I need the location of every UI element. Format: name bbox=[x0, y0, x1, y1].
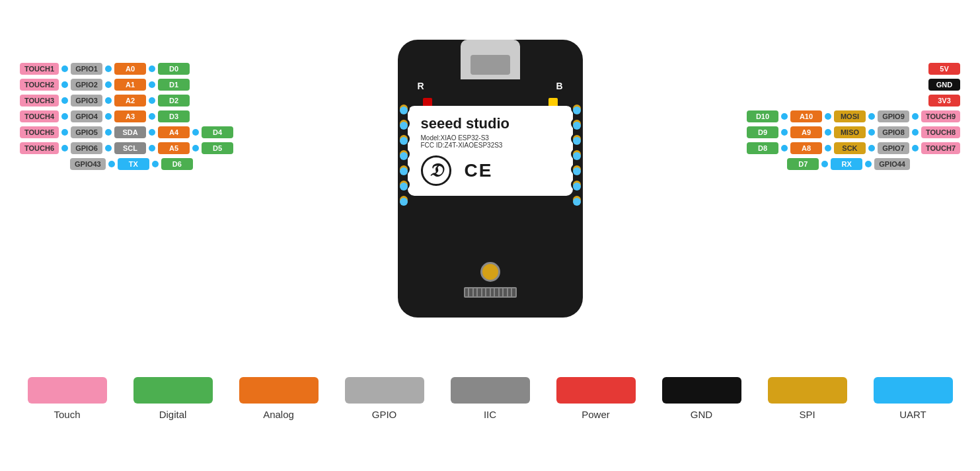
pad-right-7 bbox=[571, 194, 583, 206]
board-label-r: R bbox=[418, 81, 424, 91]
pad-right-6 bbox=[571, 179, 583, 191]
pads-right bbox=[571, 103, 583, 206]
legend-uart: UART bbox=[874, 377, 953, 420]
dot-5b bbox=[105, 129, 112, 136]
pin-3v3: 3V3 bbox=[928, 95, 960, 107]
dot-4a bbox=[61, 113, 68, 120]
rdot-5c bbox=[868, 129, 875, 136]
legend-touch-box bbox=[28, 377, 107, 404]
board-label-b: B bbox=[556, 81, 562, 91]
legend-digital: Digital bbox=[133, 377, 213, 420]
pin-a8: A8 bbox=[790, 142, 822, 154]
rdot-5d bbox=[912, 129, 919, 136]
legend-analog-label: Analog bbox=[263, 409, 294, 420]
pin-d4: D4 bbox=[202, 126, 233, 138]
board-content: seeed studio Model:XIAO ESP32-S3 FCC ID:… bbox=[408, 106, 573, 196]
pin-d10: D10 bbox=[747, 110, 778, 122]
rdot-6d bbox=[912, 145, 919, 151]
pin-gnd: GND bbox=[928, 79, 960, 91]
rdot-7b bbox=[865, 161, 872, 167]
board-brand: seeed studio bbox=[421, 116, 560, 132]
pin-row-4: TOUCH4 GPIO4 A3 D3 bbox=[20, 110, 233, 122]
pin-a9: A9 bbox=[790, 126, 822, 138]
dot-2a bbox=[61, 81, 68, 88]
dot-5c bbox=[149, 129, 155, 136]
dot-2b bbox=[105, 81, 112, 88]
dot-1a bbox=[61, 65, 68, 72]
legend-gpio-label: GPIO bbox=[372, 409, 397, 420]
legend-power-label: Power bbox=[582, 409, 610, 420]
pin-gpio44: GPIO44 bbox=[874, 158, 910, 170]
pin-gpio6: GPIO6 bbox=[71, 142, 102, 154]
pin-mosi: MOSI bbox=[834, 110, 866, 122]
rdot-5a bbox=[781, 129, 788, 136]
pin-d9: D9 bbox=[747, 126, 778, 138]
dot-6d bbox=[192, 145, 199, 151]
legend-spi-box bbox=[768, 377, 847, 404]
pin-touch8: TOUCH8 bbox=[921, 126, 960, 138]
pin-gpio5: GPIO5 bbox=[71, 126, 102, 138]
dot-6c bbox=[149, 145, 155, 151]
pad-right-5 bbox=[571, 163, 583, 175]
pin-sck: SCK bbox=[834, 142, 866, 154]
dot-7a bbox=[108, 161, 115, 167]
dot-7b bbox=[152, 161, 159, 167]
dot-5d bbox=[192, 129, 199, 136]
pad-left-3 bbox=[398, 133, 410, 145]
board-bottom bbox=[464, 262, 517, 298]
pin-row-6: TOUCH6 GPIO6 SCL A5 D5 bbox=[20, 142, 233, 154]
dot-3b bbox=[105, 97, 112, 104]
pin-scl: SCL bbox=[114, 142, 146, 154]
cert-logos: 𝔇 CE bbox=[421, 155, 560, 186]
pin-d0: D0 bbox=[158, 63, 190, 75]
rdot-4c bbox=[868, 113, 875, 120]
dot-2c bbox=[149, 81, 155, 88]
dot-3a bbox=[61, 97, 68, 104]
legend-touch-label: Touch bbox=[54, 409, 80, 420]
dot-6b bbox=[105, 145, 112, 151]
main-container: R B seeed studio Model:XIAO ESP32-S3 FCC… bbox=[0, 0, 980, 471]
legend-iic-label: IIC bbox=[484, 409, 496, 420]
pin-gpio4: GPIO4 bbox=[71, 110, 102, 122]
pad-left-5 bbox=[398, 163, 410, 175]
pad-right-3 bbox=[571, 133, 583, 145]
dot-3c bbox=[149, 97, 155, 104]
pin-a3: A3 bbox=[114, 110, 146, 122]
dot-5a bbox=[61, 129, 68, 136]
legend-uart-box bbox=[874, 377, 953, 404]
pin-tx: TX bbox=[118, 158, 149, 170]
pad-left-7 bbox=[398, 194, 410, 206]
legend-gnd-label: GND bbox=[691, 409, 712, 420]
pin-rx: RX bbox=[831, 158, 862, 170]
pin-row-7: GPIO43 TX D6 bbox=[70, 158, 233, 170]
legend-iic: IIC bbox=[451, 377, 530, 420]
pin-a0: A0 bbox=[114, 63, 146, 75]
pin-row-5: TOUCH5 GPIO5 SDA A4 D4 bbox=[20, 126, 233, 138]
ce-logo: CE bbox=[465, 160, 493, 181]
pin-touch7: TOUCH7 bbox=[921, 142, 960, 154]
fcc-logo: 𝔇 bbox=[421, 155, 451, 186]
right-pin-row-1: 5V bbox=[747, 63, 960, 75]
pads-left bbox=[398, 103, 410, 206]
pin-a10: A10 bbox=[790, 110, 822, 122]
pad-right-4 bbox=[571, 148, 583, 160]
pin-d8: D8 bbox=[747, 142, 778, 154]
pin-d6: D6 bbox=[161, 158, 193, 170]
usb-connector bbox=[461, 40, 520, 79]
pin-touch9: TOUCH9 bbox=[921, 110, 960, 122]
pad-left-1 bbox=[398, 103, 410, 114]
pin-a1: A1 bbox=[114, 79, 146, 91]
pin-a2: A2 bbox=[114, 95, 146, 107]
legend-gnd: GND bbox=[662, 377, 741, 420]
pin-gpio7: GPIO7 bbox=[878, 142, 909, 154]
legend-analog-box bbox=[239, 377, 319, 404]
legend-iic-box bbox=[451, 377, 530, 404]
pin-gpio1: GPIO1 bbox=[71, 63, 102, 75]
pad-left-6 bbox=[398, 179, 410, 191]
pin-touch1: TOUCH1 bbox=[20, 63, 59, 75]
bottom-circle bbox=[480, 262, 500, 282]
pin-5v: 5V bbox=[928, 63, 960, 75]
dot-1c bbox=[149, 65, 155, 72]
pin-gpio3: GPIO3 bbox=[71, 95, 102, 107]
pad-right-1 bbox=[571, 103, 583, 114]
